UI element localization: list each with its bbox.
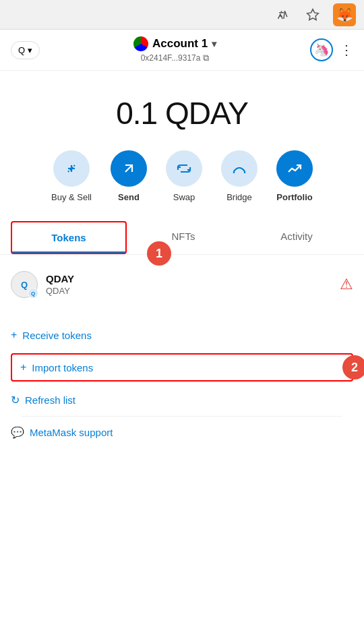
more-options-button[interactable]: ⋮ <box>340 42 353 58</box>
receive-label: Receive tokens <box>22 330 92 341</box>
support-icon: 💬 <box>11 426 24 439</box>
token-symbol: QDAY <box>46 286 74 296</box>
buy-sell-label: Buy & Sell <box>51 192 92 202</box>
swap-icon-circle <box>166 150 202 187</box>
send-icon-circle <box>111 150 147 187</box>
tab-activity[interactable]: Activity <box>240 221 353 254</box>
refresh-icon: ↻ <box>11 394 20 406</box>
annotation-badge-2: 2 <box>342 355 364 380</box>
import-icon: + <box>20 361 26 373</box>
token-info: QDAY QDAY <box>46 273 74 296</box>
metamask-support-link[interactable]: 💬 MetaMask support <box>11 417 353 452</box>
account-name-row[interactable]: Account 1 ▾ <box>133 36 216 51</box>
network-chevron-icon: ▾ <box>28 45 32 55</box>
token-logo: Q Q <box>11 271 38 298</box>
svg-line-4 <box>125 165 132 172</box>
token-network-badge: Q <box>28 288 38 299</box>
tab-nfts[interactable]: NFTs <box>127 221 240 254</box>
actions-row: Buy & Sell Send Swap <box>0 150 364 221</box>
account-dropdown-icon[interactable]: ▾ <box>212 38 216 49</box>
import-label: Import tokens <box>32 362 93 373</box>
swap-label: Swap <box>173 192 195 202</box>
balance-section: 0.1 QDAY <box>0 71 364 150</box>
refresh-list-link[interactable]: ↻ Refresh list <box>11 384 353 416</box>
refresh-label: Refresh list <box>25 394 75 406</box>
links-section: + Receive tokens + Import tokens 2 ↻ Ref… <box>0 314 364 452</box>
tab-tokens[interactable]: Tokens <box>11 221 127 254</box>
network-selector[interactable]: Q ▾ <box>11 41 40 59</box>
token-warning-icon: ⚠ <box>340 276 353 293</box>
header-right: 🦄 ⋮ <box>310 38 353 61</box>
action-portfolio[interactable]: Portfolio <box>276 150 313 202</box>
portfolio-label: Portfolio <box>276 192 312 202</box>
action-buy-sell[interactable]: Buy & Sell <box>51 150 92 202</box>
token-name: QDAY <box>46 273 74 284</box>
action-send[interactable]: Send <box>111 150 147 202</box>
account-name: Account 1 <box>152 37 208 51</box>
annotation-badge-1: 1 <box>147 241 171 266</box>
copy-address-icon[interactable]: ⧉ <box>203 53 209 63</box>
token-left: Q Q QDAY QDAY <box>11 271 74 298</box>
metamask-fox-icon[interactable]: 🦊 <box>333 3 356 26</box>
action-bridge[interactable]: Bridge <box>221 150 257 202</box>
account-address-text: 0x2414F...9317a <box>141 53 201 63</box>
buy-sell-icon-circle <box>53 150 90 187</box>
balance-amount: 0.1 QDAY <box>13 95 351 131</box>
app-header: Q ▾ Account 1 ▾ 0x2414F...9317a ⧉ 🦄 ⋮ <box>0 30 364 71</box>
avatar-emoji: 🦄 <box>314 42 329 57</box>
account-center: Account 1 ▾ 0x2414F...9317a ⧉ <box>133 36 216 63</box>
receive-tokens-link[interactable]: + Receive tokens <box>11 320 353 351</box>
connected-site-avatar[interactable]: 🦄 <box>310 38 333 61</box>
support-label: MetaMask support <box>30 427 113 438</box>
star-icon[interactable] <box>303 5 322 24</box>
browser-bar: 🦊 <box>0 0 364 30</box>
action-swap[interactable]: Swap <box>166 150 202 202</box>
receive-icon: + <box>11 329 17 341</box>
portfolio-icon-circle <box>276 150 313 187</box>
svg-marker-0 <box>307 9 319 20</box>
tabs-row: Tokens NFTs Activity 1 <box>0 221 364 255</box>
bridge-label: Bridge <box>226 192 252 202</box>
network-label: Q <box>18 45 25 55</box>
bridge-icon-circle <box>221 150 257 187</box>
send-label: Send <box>118 192 140 202</box>
account-avatar <box>133 36 148 51</box>
account-address-row: 0x2414F...9317a ⧉ <box>141 53 210 63</box>
translate-icon[interactable] <box>274 5 293 24</box>
token-list: Q Q QDAY QDAY ⚠ <box>0 255 364 314</box>
token-logo-text: Q <box>21 280 28 290</box>
import-tokens-link[interactable]: + Import tokens <box>11 353 353 382</box>
table-row[interactable]: Q Q QDAY QDAY ⚠ <box>11 262 353 307</box>
